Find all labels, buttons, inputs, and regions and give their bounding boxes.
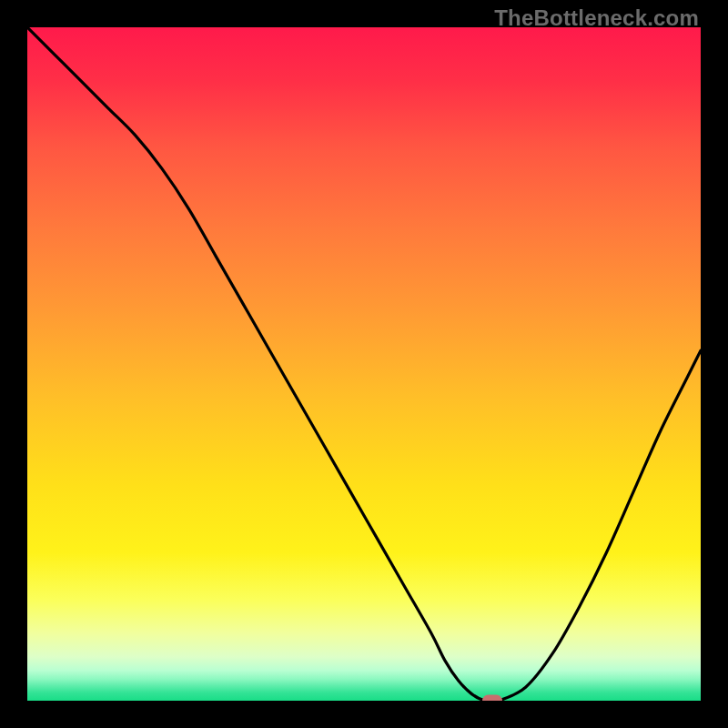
plot-area (27, 27, 701, 701)
bottleneck-curve (27, 27, 701, 701)
chart-frame: TheBottleneck.com (0, 0, 728, 728)
optimum-marker (482, 695, 502, 702)
